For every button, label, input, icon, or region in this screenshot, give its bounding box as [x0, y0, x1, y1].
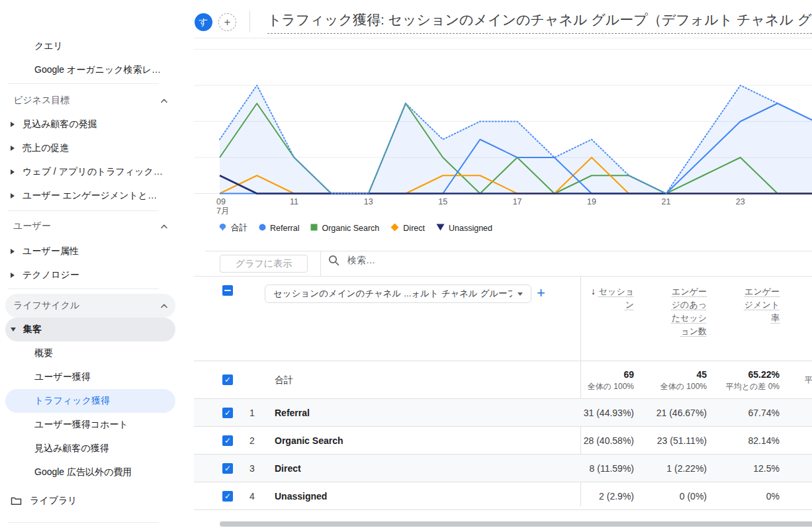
report-title[interactable]: トラフィック獲得: セッションのメインのチャネル グループ（デフォルト チャネル…	[267, 11, 812, 34]
totals-cell-4: 平	[788, 361, 812, 398]
row-index: 3	[249, 463, 264, 474]
x-axis-tick-label: 19	[587, 197, 596, 206]
table-row-direct: 3Direct8 (11.59%)1 (2.22%)12.5%	[194, 454, 812, 482]
sidebar-item-概要[interactable]: 概要	[5, 341, 175, 365]
chevron-down-icon	[518, 292, 523, 296]
table-controls-row: セッションのメインのチャネル ...ォルト チャネル グループ) + ↓セッショ…	[194, 276, 812, 361]
row-cell-2: 21 (46.67%)	[642, 399, 715, 426]
row-metric-cells: 31 (44.93%)21 (46.67%)67.74%	[580, 399, 812, 426]
row-checkbox[interactable]	[222, 463, 233, 474]
dimension-dropdown[interactable]: セッションのメインのチャネル ...ォルト チャネル グループ)	[265, 285, 531, 303]
table-row-referral: 1Referral31 (44.93%)21 (46.67%)67.74%	[194, 398, 812, 426]
legend-item-合計[interactable]: 合計	[218, 222, 248, 234]
horizontal-scrollbar[interactable]	[220, 521, 812, 527]
row-metric-cells: 28 (40.58%)23 (51.11%)82.14%	[580, 427, 812, 454]
row-checkbox[interactable]	[222, 491, 233, 502]
row-checkbox[interactable]	[222, 408, 233, 418]
metric-headers: ↓セッションエンゲージのあったセッション数エンゲージメント率	[580, 276, 812, 361]
sidebar-item-ユーザー獲得[interactable]: ユーザー獲得	[5, 365, 175, 389]
traffic-line-chart[interactable]: 09111315171921237月	[194, 38, 812, 218]
sidebar-item-トラフィック獲得[interactable]: トラフィック獲得	[5, 389, 175, 413]
column-header-label: セッション	[598, 285, 634, 312]
sidebar-item-テクノロジー[interactable]: テクノロジー	[5, 263, 175, 287]
row-cell-3: 67.74%	[715, 399, 788, 426]
segment-chip[interactable]: す	[195, 13, 212, 31]
cloud-pin-icon	[218, 223, 227, 234]
triangle-down-icon	[436, 224, 445, 233]
triangle-down-icon	[11, 328, 16, 331]
row-dimension-label: Referral	[275, 408, 310, 418]
totals-value: 65.22%	[748, 368, 780, 381]
sidebar-item-ユーザー属性[interactable]: ユーザー属性	[5, 240, 175, 263]
sidebar-section-label: ライフサイクル	[13, 300, 79, 312]
totals-metric-cells: 69全体の 100%45全体の 100%65.22%平均との差 0%平	[580, 361, 812, 398]
sidebar-item-ユーザー獲得コホート[interactable]: ユーザー獲得コホート	[5, 413, 175, 437]
show-on-chart-button[interactable]: グラフに表示	[220, 255, 308, 273]
x-axis-month-label: 7月	[216, 206, 229, 216]
row-index: 2	[249, 435, 264, 446]
row-dimension-label: Direct	[275, 463, 301, 474]
table-row-organic-search: 2Organic Search28 (40.58%)23 (51.11%)82.…	[194, 426, 812, 454]
sidebar-item-ウェブ-/-アプリのトラフィック…[interactable]: ウェブ / アプリのトラフィック…	[5, 160, 175, 184]
row-cell-2: 23 (51.11%)	[642, 427, 715, 454]
totals-subvalue: 全体の 100%	[660, 381, 707, 392]
x-axis-tick-label: 15	[438, 197, 447, 206]
row-cell-clipped	[788, 455, 812, 482]
chart-legend: 合計ReferralOrganic SearchDirectUnassigned	[218, 222, 492, 234]
totals-value: 69	[623, 368, 634, 381]
column-header-1[interactable]: ↓セッション	[580, 276, 642, 361]
legend-item-unassigned[interactable]: Unassigned	[436, 224, 492, 233]
x-axis-tick-label: 13	[364, 197, 373, 206]
totals-checkbox[interactable]	[222, 374, 233, 385]
row-metric-cells: 8 (11.59%)1 (2.22%)12.5%	[580, 455, 812, 482]
sidebar-item-google-オーガニック検索レ…[interactable]: Google オーガニック検索レ…	[5, 58, 175, 82]
legend-item-organic-search[interactable]: Organic Search	[310, 224, 379, 233]
select-all-checkbox[interactable]	[222, 285, 233, 296]
sidebar-divider	[8, 522, 159, 523]
sidebar-item-ユーザー[interactable]: ユーザー	[5, 214, 175, 238]
legend-label: Direct	[403, 224, 425, 233]
row-cell-3: 82.14%	[715, 427, 788, 454]
row-cell-1: 2 (2.9%)	[580, 482, 642, 509]
legend-label: Referral	[270, 224, 299, 233]
column-header-label: エンゲージメント率	[743, 285, 780, 325]
row-cell-3: 12.5%	[715, 455, 788, 482]
search-input[interactable]	[346, 254, 547, 266]
row-index: 4	[249, 491, 264, 502]
legend-item-referral[interactable]: Referral	[259, 224, 299, 233]
column-header-3[interactable]: エンゲージメント率	[715, 276, 788, 361]
triangle-right-icon	[11, 249, 15, 254]
sidebar-item-見込み顧客の獲得[interactable]: 見込み顧客の獲得	[5, 437, 175, 461]
sidebar-item-ライフサイクル[interactable]: ライフサイクル	[5, 294, 175, 318]
sidebar-item-ビジネス目標[interactable]: ビジネス目標	[5, 89, 175, 112]
sidebar-item-ライブラリ[interactable]: ライブラリ	[5, 489, 175, 513]
sidebar-item-ユーザー-エンゲージメントと…[interactable]: ユーザー エンゲージメントと…	[5, 184, 175, 208]
toolbar-top-divider	[205, 251, 812, 251]
triangle-right-icon	[11, 122, 15, 127]
row-checkbox[interactable]	[222, 435, 233, 446]
add-comparison-button[interactable]: +	[218, 13, 236, 31]
row-cell-1: 31 (44.93%)	[580, 399, 642, 426]
header-divider	[249, 11, 250, 32]
sidebar-item-google-広告以外の費用[interactable]: Google 広告以外の費用	[5, 461, 175, 484]
sidebar-item-集客[interactable]: 集客	[5, 318, 175, 341]
sidebar-nav: Search ConsoleSearch ConsoleクエリGoogle オー…	[0, 0, 194, 528]
sidebar-item-売上の促進[interactable]: 売上の促進	[5, 136, 175, 160]
sidebar-divider	[8, 83, 159, 84]
column-header-2[interactable]: エンゲージのあったセッション数	[642, 276, 715, 361]
toolbar-divider	[320, 251, 321, 276]
legend-label: Unassigned	[449, 224, 492, 233]
sidebar-item-クエリ[interactable]: クエリ	[5, 34, 175, 58]
chevron-up-icon	[161, 224, 167, 229]
table-rows: 1Referral31 (44.93%)21 (46.67%)67.74%2Or…	[194, 398, 812, 509]
x-axis-tick-label: 17	[513, 197, 522, 206]
row-index: 1	[249, 408, 264, 418]
row-cell-clipped	[788, 399, 812, 426]
chevron-up-icon	[161, 304, 167, 308]
legend-item-direct[interactable]: Direct	[390, 223, 425, 234]
legend-label: 合計	[231, 222, 248, 234]
add-secondary-dimension-button[interactable]: +	[537, 284, 545, 302]
triangle-right-icon	[11, 169, 15, 175]
sidebar-item-見込み顧客の発掘[interactable]: 見込み顧客の発掘	[5, 112, 175, 136]
x-axis-tick-label: 21	[661, 197, 670, 206]
